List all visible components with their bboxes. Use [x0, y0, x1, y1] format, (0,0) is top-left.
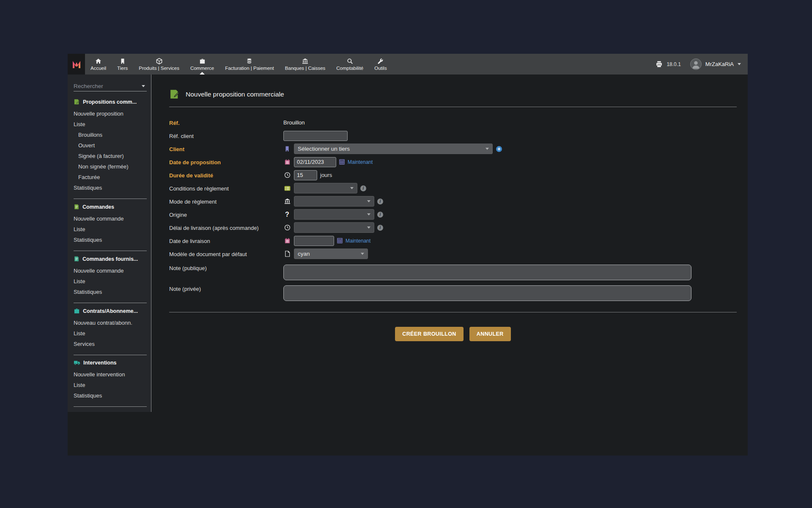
sidebar-section-commandes-fournisseurs: Commandes fournis... Nouvelle commande L…	[74, 251, 147, 303]
sidebar-search	[74, 83, 147, 91]
form-row-conditions-reglement: Conditions de règlement	[169, 182, 737, 195]
sidebar-item[interactable]: Liste	[74, 224, 147, 235]
tab-facturation-paiement[interactable]: Facturation | Paiement	[219, 54, 280, 75]
proposal-icon	[74, 99, 80, 105]
printer-icon[interactable]	[656, 61, 663, 68]
info-icon[interactable]	[377, 225, 383, 231]
note-privee-textarea[interactable]	[283, 285, 691, 301]
note-publique-textarea[interactable]	[283, 265, 691, 280]
tab-label: Facturation | Paiement	[225, 66, 274, 71]
page-title-text: Nouvelle proposition commerciale	[186, 91, 284, 98]
info-icon[interactable]	[377, 199, 383, 204]
field-label: Mode de règlement	[169, 198, 283, 205]
search-input[interactable]	[74, 83, 147, 89]
dolibarr-logo-icon	[71, 59, 82, 70]
info-icon[interactable]	[377, 212, 383, 218]
truck-icon	[74, 360, 80, 366]
sidebar-item[interactable]: Signée (à facturer)	[74, 151, 147, 161]
create-draft-button[interactable]: CRÉER BROUILLON	[395, 327, 464, 341]
delai-livraison-select[interactable]	[294, 222, 374, 233]
info-icon[interactable]	[360, 185, 366, 191]
contract-icon	[74, 308, 80, 314]
home-icon	[95, 58, 102, 64]
add-client-icon[interactable]	[496, 146, 502, 152]
chevron-down-icon[interactable]	[738, 63, 741, 65]
datepicker-icon[interactable]	[339, 159, 345, 165]
sidebar-item[interactable]: Statistiques	[74, 182, 147, 193]
chevron-down-icon	[367, 200, 370, 202]
form-row-ref-client: Réf. client	[169, 129, 737, 142]
tab-label: Produits | Services	[139, 66, 179, 71]
tab-comptabilite[interactable]: Comptabilité	[331, 54, 369, 75]
sidebar-item[interactable]: Nouvelle intervention	[74, 369, 147, 380]
question-icon	[283, 211, 291, 218]
sidebar-item[interactable]: Services	[74, 339, 147, 349]
app-logo[interactable]	[68, 54, 85, 75]
sidebar-item[interactable]: Statistiques	[74, 287, 147, 297]
conditions-reglement-select[interactable]	[294, 183, 357, 193]
mode-reglement-select[interactable]	[294, 196, 374, 207]
ref-client-input[interactable]	[283, 131, 348, 141]
tab-outils[interactable]: Outils	[369, 54, 392, 75]
sidebar-item[interactable]: Nouveau contrat/abonn.	[74, 318, 147, 328]
app-body: Propositions comm... Nouvelle propositio…	[68, 75, 748, 456]
jours-suffix: jours	[320, 172, 332, 178]
username-label[interactable]: MrZaKaRiA	[705, 61, 734, 67]
section-title[interactable]: Commandes	[74, 204, 147, 210]
cancel-button[interactable]: ANNULER	[469, 327, 511, 341]
sidebar-section-commandes: Commandes Nouvelle commande Liste Statis…	[74, 199, 147, 251]
origine-select[interactable]	[294, 209, 374, 220]
tab-commerce[interactable]: Commerce	[185, 54, 219, 75]
sidebar-item[interactable]: Statistiques	[74, 390, 147, 401]
action-buttons: CRÉER BROUILLON ANNULER	[169, 327, 737, 341]
field-label: Réf. client	[169, 133, 283, 139]
sidebar-item[interactable]: Nouvelle proposition	[74, 108, 147, 119]
sidebar-item[interactable]: Nouvelle commande	[74, 265, 147, 276]
section-title[interactable]: Propositions comm...	[74, 99, 147, 105]
sidebar-item[interactable]: Nouvelle commande	[74, 213, 147, 224]
briefcase-icon	[199, 58, 206, 64]
tab-accueil[interactable]: Accueil	[85, 54, 112, 75]
supplier-order-icon	[74, 256, 80, 262]
sidebar-item[interactable]: Liste	[74, 380, 147, 390]
now-link[interactable]: Maintenant	[346, 238, 370, 244]
sidebar-section-propositions: Propositions comm... Nouvelle propositio…	[74, 94, 147, 199]
order-icon	[74, 204, 80, 210]
section-title[interactable]: Contrats/Abonneme...	[74, 308, 147, 314]
duree-validite-input[interactable]	[294, 170, 317, 180]
dolibarr-window: Accueil Tiers Produits | Services Commer…	[68, 54, 748, 456]
sidebar-item[interactable]: Brouillons	[74, 130, 147, 140]
section-title[interactable]: Commandes fournis...	[74, 256, 147, 262]
tab-label: Accueil	[91, 66, 106, 71]
modele-document-select[interactable]: cyan	[294, 248, 368, 259]
section-title[interactable]: Interventions	[74, 360, 147, 366]
search-dropdown-icon[interactable]	[142, 85, 145, 87]
sidebar-item[interactable]: Facturée	[74, 172, 147, 182]
sidebar-item[interactable]: Liste	[74, 119, 147, 130]
sidebar-item[interactable]: Ouvert	[74, 140, 147, 151]
sidebar-item[interactable]: Statistiques	[74, 235, 147, 245]
chevron-down-icon	[367, 226, 370, 229]
tab-produits-services[interactable]: Produits | Services	[133, 54, 185, 75]
now-link[interactable]: Maintenant	[348, 159, 373, 165]
building-icon	[120, 58, 126, 64]
sidebar-item[interactable]: Non signée (fermée)	[74, 161, 147, 172]
top-navbar: Accueil Tiers Produits | Services Commer…	[68, 54, 748, 75]
form-row-note-privee: Note (privée)	[169, 284, 737, 301]
field-label: Date de livraison	[169, 237, 283, 244]
sidebar-item[interactable]: Liste	[74, 328, 147, 339]
avatar[interactable]	[690, 58, 702, 70]
date-proposition-input[interactable]	[294, 157, 336, 167]
tab-tiers[interactable]: Tiers	[112, 54, 133, 75]
chevron-down-icon	[486, 148, 489, 150]
field-label: Conditions de règlement	[169, 185, 283, 192]
tab-label: Commerce	[190, 66, 214, 71]
date-livraison-input[interactable]	[294, 236, 334, 246]
client-select[interactable]: Sélectionner un tiers	[294, 144, 493, 154]
sidebar-item[interactable]: Liste	[74, 276, 147, 287]
field-label: Note (publique)	[169, 265, 283, 271]
form-row-mode-reglement: Mode de règlement	[169, 195, 737, 208]
tab-banques-caisses[interactable]: Banques | Caisses	[280, 54, 331, 75]
form-row-duree-validite: Durée de validité jours	[169, 168, 737, 182]
datepicker-icon[interactable]	[337, 238, 343, 243]
